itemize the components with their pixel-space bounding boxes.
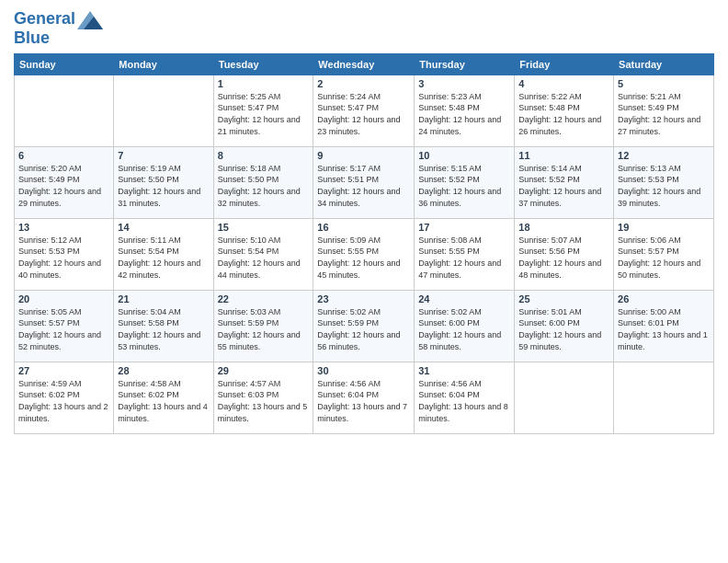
logo: General Blue	[14, 9, 103, 48]
day-info: Sunrise: 5:05 AM Sunset: 5:57 PM Dayligh…	[18, 306, 109, 352]
calendar-cell: 26Sunrise: 5:00 AM Sunset: 6:01 PM Dayli…	[614, 290, 714, 362]
calendar-cell: 23Sunrise: 5:02 AM Sunset: 5:59 PM Dayli…	[313, 290, 415, 362]
day-number: 27	[18, 365, 109, 376]
day-number: 10	[418, 150, 510, 161]
calendar-cell: 13Sunrise: 5:12 AM Sunset: 5:53 PM Dayli…	[15, 218, 114, 290]
calendar-cell: 27Sunrise: 4:59 AM Sunset: 6:02 PM Dayli…	[15, 362, 114, 433]
day-number: 23	[317, 293, 410, 304]
day-number: 9	[317, 150, 410, 161]
logo-blue: Blue	[14, 29, 103, 48]
day-info: Sunrise: 5:17 AM Sunset: 5:51 PM Dayligh…	[317, 163, 410, 209]
day-info: Sunrise: 4:59 AM Sunset: 6:02 PM Dayligh…	[18, 378, 109, 424]
calendar-cell: 7Sunrise: 5:19 AM Sunset: 5:50 PM Daylig…	[114, 146, 213, 218]
calendar-cell: 17Sunrise: 5:08 AM Sunset: 5:55 PM Dayli…	[415, 218, 515, 290]
calendar-cell: 5Sunrise: 5:21 AM Sunset: 5:49 PM Daylig…	[614, 75, 714, 146]
calendar-cell: 16Sunrise: 5:09 AM Sunset: 5:55 PM Dayli…	[313, 218, 415, 290]
day-number: 30	[317, 365, 410, 376]
day-number: 14	[118, 222, 209, 233]
calendar-cell: 4Sunrise: 5:22 AM Sunset: 5:48 PM Daylig…	[515, 75, 614, 146]
weekday-header-friday: Friday	[515, 53, 614, 75]
calendar-cell: 14Sunrise: 5:11 AM Sunset: 5:54 PM Dayli…	[114, 218, 213, 290]
weekday-header-tuesday: Tuesday	[213, 53, 313, 75]
calendar-cell	[614, 362, 714, 433]
day-info: Sunrise: 5:02 AM Sunset: 5:59 PM Dayligh…	[317, 306, 410, 352]
logo-text: General	[14, 10, 75, 29]
day-number: 4	[518, 78, 609, 89]
day-info: Sunrise: 5:13 AM Sunset: 5:53 PM Dayligh…	[618, 163, 710, 209]
day-info: Sunrise: 5:22 AM Sunset: 5:48 PM Dayligh…	[518, 91, 609, 137]
day-info: Sunrise: 4:57 AM Sunset: 6:03 PM Dayligh…	[218, 378, 310, 424]
calendar-cell: 28Sunrise: 4:58 AM Sunset: 6:02 PM Dayli…	[114, 362, 213, 433]
day-number: 13	[18, 222, 109, 233]
day-info: Sunrise: 5:00 AM Sunset: 6:01 PM Dayligh…	[618, 306, 710, 352]
day-number: 26	[618, 293, 710, 304]
calendar-cell: 12Sunrise: 5:13 AM Sunset: 5:53 PM Dayli…	[614, 146, 714, 218]
calendar-week-2: 6Sunrise: 5:20 AM Sunset: 5:49 PM Daylig…	[15, 146, 714, 218]
day-number: 2	[317, 78, 410, 89]
page-container: General Blue SundayMondayTuesdayWednesda…	[0, 0, 728, 439]
day-number: 5	[618, 78, 710, 89]
day-info: Sunrise: 5:12 AM Sunset: 5:53 PM Dayligh…	[18, 235, 109, 281]
day-info: Sunrise: 5:02 AM Sunset: 6:00 PM Dayligh…	[418, 306, 510, 352]
weekday-header-saturday: Saturday	[614, 53, 714, 75]
day-info: Sunrise: 5:23 AM Sunset: 5:48 PM Dayligh…	[418, 91, 510, 137]
day-info: Sunrise: 5:04 AM Sunset: 5:58 PM Dayligh…	[118, 306, 209, 352]
day-number: 6	[18, 150, 109, 161]
calendar-cell: 30Sunrise: 4:56 AM Sunset: 6:04 PM Dayli…	[313, 362, 415, 433]
calendar-cell: 1Sunrise: 5:25 AM Sunset: 5:47 PM Daylig…	[213, 75, 313, 146]
day-number: 16	[317, 222, 410, 233]
day-number: 3	[418, 78, 510, 89]
day-info: Sunrise: 5:18 AM Sunset: 5:50 PM Dayligh…	[218, 163, 310, 209]
calendar-cell: 20Sunrise: 5:05 AM Sunset: 5:57 PM Dayli…	[15, 290, 114, 362]
day-number: 18	[518, 222, 609, 233]
day-number: 20	[18, 293, 109, 304]
calendar-week-1: 1Sunrise: 5:25 AM Sunset: 5:47 PM Daylig…	[15, 75, 714, 146]
day-number: 8	[218, 150, 310, 161]
day-number: 22	[218, 293, 310, 304]
calendar-cell: 10Sunrise: 5:15 AM Sunset: 5:52 PM Dayli…	[415, 146, 515, 218]
logo-icon	[77, 9, 103, 29]
day-number: 29	[218, 365, 310, 376]
day-info: Sunrise: 5:08 AM Sunset: 5:55 PM Dayligh…	[418, 235, 510, 281]
calendar-cell: 9Sunrise: 5:17 AM Sunset: 5:51 PM Daylig…	[313, 146, 415, 218]
day-info: Sunrise: 5:11 AM Sunset: 5:54 PM Dayligh…	[118, 235, 209, 281]
day-number: 31	[418, 365, 510, 376]
calendar-body: 1Sunrise: 5:25 AM Sunset: 5:47 PM Daylig…	[15, 75, 714, 433]
day-number: 21	[118, 293, 209, 304]
weekday-header-thursday: Thursday	[415, 53, 515, 75]
calendar-table: SundayMondayTuesdayWednesdayThursdayFrid…	[14, 53, 714, 434]
day-info: Sunrise: 5:21 AM Sunset: 5:49 PM Dayligh…	[618, 91, 710, 137]
calendar-cell: 21Sunrise: 5:04 AM Sunset: 5:58 PM Dayli…	[114, 290, 213, 362]
day-info: Sunrise: 4:56 AM Sunset: 6:04 PM Dayligh…	[418, 378, 510, 424]
day-number: 28	[118, 365, 209, 376]
day-info: Sunrise: 5:25 AM Sunset: 5:47 PM Dayligh…	[218, 91, 310, 137]
calendar-cell: 3Sunrise: 5:23 AM Sunset: 5:48 PM Daylig…	[415, 75, 515, 146]
calendar-cell: 15Sunrise: 5:10 AM Sunset: 5:54 PM Dayli…	[213, 218, 313, 290]
calendar-cell: 18Sunrise: 5:07 AM Sunset: 5:56 PM Dayli…	[515, 218, 614, 290]
day-number: 11	[518, 150, 609, 161]
day-info: Sunrise: 4:56 AM Sunset: 6:04 PM Dayligh…	[317, 378, 410, 424]
weekday-header-monday: Monday	[114, 53, 213, 75]
calendar-cell: 19Sunrise: 5:06 AM Sunset: 5:57 PM Dayli…	[614, 218, 714, 290]
calendar-cell	[515, 362, 614, 433]
calendar-week-3: 13Sunrise: 5:12 AM Sunset: 5:53 PM Dayli…	[15, 218, 714, 290]
day-info: Sunrise: 5:10 AM Sunset: 5:54 PM Dayligh…	[218, 235, 310, 281]
day-number: 7	[118, 150, 209, 161]
calendar-cell: 29Sunrise: 4:57 AM Sunset: 6:03 PM Dayli…	[213, 362, 313, 433]
day-info: Sunrise: 5:24 AM Sunset: 5:47 PM Dayligh…	[317, 91, 410, 137]
day-info: Sunrise: 5:03 AM Sunset: 5:59 PM Dayligh…	[218, 306, 310, 352]
calendar-cell: 8Sunrise: 5:18 AM Sunset: 5:50 PM Daylig…	[213, 146, 313, 218]
calendar-week-4: 20Sunrise: 5:05 AM Sunset: 5:57 PM Dayli…	[15, 290, 714, 362]
calendar-cell: 22Sunrise: 5:03 AM Sunset: 5:59 PM Dayli…	[213, 290, 313, 362]
day-number: 12	[618, 150, 710, 161]
day-number: 15	[218, 222, 310, 233]
day-info: Sunrise: 5:20 AM Sunset: 5:49 PM Dayligh…	[18, 163, 109, 209]
weekday-header-row: SundayMondayTuesdayWednesdayThursdayFrid…	[15, 53, 714, 75]
calendar-cell	[15, 75, 114, 146]
day-number: 25	[518, 293, 609, 304]
calendar-cell: 24Sunrise: 5:02 AM Sunset: 6:00 PM Dayli…	[415, 290, 515, 362]
day-info: Sunrise: 5:07 AM Sunset: 5:56 PM Dayligh…	[518, 235, 609, 281]
calendar-cell: 25Sunrise: 5:01 AM Sunset: 6:00 PM Dayli…	[515, 290, 614, 362]
day-info: Sunrise: 4:58 AM Sunset: 6:02 PM Dayligh…	[118, 378, 209, 424]
weekday-header-sunday: Sunday	[15, 53, 114, 75]
